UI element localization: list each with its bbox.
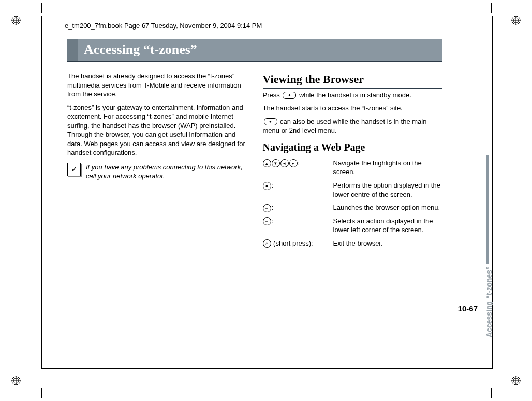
nav-desc: Selects an action displayed in the lower… (333, 216, 443, 238)
nav-desc: Launches the browser option menu. (333, 202, 443, 216)
up-key-icon: ▴ (263, 159, 271, 167)
nav-key-cell: –: (263, 216, 333, 238)
intro-paragraph-1: The handset is already designed to acces… (67, 71, 247, 99)
crop-mark (28, 385, 39, 385)
nav-key-cell: ▴▾◂▸: (263, 157, 333, 180)
nav-desc: Exit the browser. (333, 238, 443, 251)
checkmark-icon: ✓ (67, 163, 81, 176)
crop-mark (52, 385, 52, 398)
nav-key-cell: ⌂ (short press): (263, 238, 333, 251)
crop-mark (494, 385, 505, 385)
crop-mark (491, 388, 492, 398)
crop-mark (41, 3, 42, 13)
nav-key-cell: –: (263, 202, 333, 216)
crop-mark (28, 16, 39, 16)
nav-row: ●: Performs the option displayed in the … (263, 180, 443, 202)
note-block: ✓ If you have any problems connecting to… (67, 163, 247, 181)
nav-desc: Navigate the highlights on the screen. (333, 157, 443, 180)
side-tab-text: Accessing “t-zones” (485, 266, 493, 337)
right-column: Viewing the Browser Press ● while the ha… (263, 71, 443, 251)
browser-key-icon: ● (283, 92, 296, 99)
navigation-table: ▴▾◂▸: Navigate the highlights on the scr… (263, 157, 443, 251)
end-key-icon: ⌂ (263, 239, 271, 248)
book-header: e_tm200_7fm.book Page 67 Tuesday, Novemb… (65, 22, 262, 30)
viewing-paragraph-1: Press ● while the handset is in standby … (263, 91, 443, 100)
section-heading-navigating: Navigating a Web Page (263, 140, 443, 154)
intro-paragraph-2: “t-zones” is your gateway to entertainme… (67, 103, 247, 157)
content: Accessing “t-zones” The handset is alrea… (67, 39, 442, 251)
softkey-icon: – (263, 217, 271, 225)
viewing-paragraph-2: The handset starts to access the “t-zone… (263, 104, 443, 113)
side-tab: Accessing “t-zones” (482, 155, 489, 264)
softkey-icon: – (263, 204, 271, 212)
registration-mark-icon (511, 376, 521, 385)
center-key-icon: ● (263, 182, 271, 190)
note-text: If you have any problems connecting to t… (86, 163, 247, 181)
right-key-icon: ▸ (289, 159, 298, 167)
left-column: The handset is already designed to acces… (67, 71, 247, 251)
nav-desc: Performs the option displayed in the low… (333, 180, 443, 202)
crop-mark (41, 388, 42, 398)
crop-mark (491, 3, 492, 13)
crop-mark (494, 375, 507, 375)
nav-key-cell: ●: (263, 180, 333, 202)
crop-mark (26, 26, 39, 26)
crop-mark (494, 16, 505, 16)
viewing-paragraph-3: ● can also be used while the handset is … (263, 117, 443, 135)
left-key-icon: ◂ (280, 159, 289, 167)
side-tab-bar (486, 155, 489, 264)
section-heading-viewing: Viewing the Browser (263, 71, 443, 89)
down-key-icon: ▾ (272, 159, 280, 167)
registration-mark-icon (11, 16, 21, 25)
registration-mark-icon (11, 376, 21, 385)
crop-mark (494, 26, 507, 26)
crop-mark (26, 375, 39, 375)
crop-mark (481, 3, 481, 16)
title-accent (67, 39, 78, 61)
nav-row: ▴▾◂▸: Navigate the highlights on the scr… (263, 157, 443, 180)
nav-row: ⌂ (short press): Exit the browser. (263, 238, 443, 251)
nav-row: –: Selects an action displayed in the lo… (263, 216, 443, 238)
crop-mark (52, 3, 52, 16)
chapter-title-bar: Accessing “t-zones” (67, 39, 442, 62)
page-number: 10-67 (458, 304, 478, 313)
nav-row: –: Launches the browser option menu. (263, 202, 443, 216)
crop-mark (481, 385, 481, 398)
browser-key-icon: ● (264, 118, 277, 125)
chapter-title: Accessing “t-zones” (78, 39, 442, 61)
registration-mark-icon (511, 16, 521, 25)
